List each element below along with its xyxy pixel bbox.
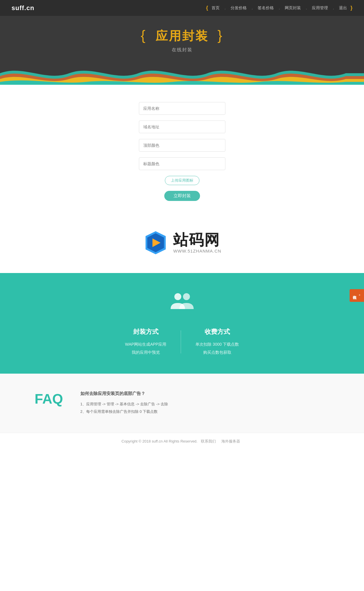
svg-point-4 xyxy=(183,293,190,300)
nav-brace-open: { xyxy=(206,5,208,11)
nav-links: { 首页， 分发价格， 签名价格， 网页封装， 应用管理， 退出 } xyxy=(206,5,352,11)
hero-section: { 应用封装 } 在线封装 xyxy=(0,16,364,62)
hero-brace-close: } xyxy=(218,28,223,43)
domain-input[interactable] xyxy=(139,121,225,133)
form-section: 上传应用图标 立即封装 xyxy=(0,85,364,224)
svg-point-3 xyxy=(174,293,181,300)
faq-answer: 1、应用管理 -> 管理 -> 基本信息 -> 去除广告 -> 去除 2、每个应… xyxy=(80,400,329,415)
footer-contact[interactable]: 联系我们 xyxy=(201,439,216,443)
nav-link-distribute[interactable]: 分发价格 xyxy=(228,5,249,11)
app-name-input[interactable] xyxy=(139,102,225,115)
zhanma-logo: 站码网 WWW.51ZHANMA.CN xyxy=(143,230,221,256)
navbar: suff.cn { 首页， 分发价格， 签名价格， 网页封装， 应用管理， 退出… xyxy=(0,0,364,16)
nav-link-appmanage[interactable]: 应用管理 xyxy=(310,5,330,11)
teal-col-pricing: 收费方式 单次扣除 3000 下载点数 购买点数包获取 xyxy=(181,328,253,356)
hero-brace-open: { xyxy=(141,28,146,43)
float-consult-button[interactable]: + 在线咨询 xyxy=(350,289,364,302)
zhanma-hex-icon xyxy=(143,230,169,256)
faq-content: 如何去除应用安装页的底部广告？ 1、应用管理 -> 管理 -> 基本信息 -> … xyxy=(80,391,329,415)
hero-subtitle: 在线封装 xyxy=(0,47,364,53)
zhanma-en-text: WWW.51ZHANMA.CN xyxy=(173,249,221,253)
packaging-title: 封装方式 xyxy=(125,328,166,336)
pricing-desc: 单次扣除 3000 下载点数 购买点数包获取 xyxy=(195,340,239,356)
site-logo: suff.cn xyxy=(12,4,34,12)
faq-label: FAQ xyxy=(35,391,63,407)
watermark-area: 站码网 WWW.51ZHANMA.CN xyxy=(0,224,364,273)
footer-copyright: Copyright © 2018 suff.cn All Rights Rese… xyxy=(122,439,198,443)
users-icon xyxy=(0,290,364,319)
nav-link-home[interactable]: 首页 xyxy=(209,5,222,11)
top-color-input[interactable] xyxy=(139,139,225,152)
nav-link-sign[interactable]: 签名价格 xyxy=(255,5,276,11)
nav-link-wrap[interactable]: 网页封装 xyxy=(282,5,303,11)
float-dot: + xyxy=(357,293,362,297)
zhanma-cn-text: 站码网 xyxy=(173,232,220,247)
submit-button[interactable]: 立即封装 xyxy=(164,191,200,201)
footer: Copyright © 2018 suff.cn All Rights Rese… xyxy=(0,433,364,450)
faq-section: FAQ 如何去除应用安装页的底部广告？ 1、应用管理 -> 管理 -> 基本信息… xyxy=(0,374,364,433)
upload-icon-button[interactable]: 上传应用图标 xyxy=(165,176,199,185)
teal-col-packaging: 封装方式 WAP网站生成APP应用 我的应用中预览 xyxy=(111,328,181,356)
teal-cols: 封装方式 WAP网站生成APP应用 我的应用中预览 收费方式 单次扣除 3000… xyxy=(0,328,364,356)
faq-question: 如何去除应用安装页的底部广告？ xyxy=(80,391,329,396)
nav-brace-close: } xyxy=(350,5,352,11)
title-color-input[interactable] xyxy=(139,157,225,170)
packaging-desc: WAP网站生成APP应用 我的应用中预览 xyxy=(125,340,166,356)
nav-link-logout[interactable]: 退出 xyxy=(337,5,349,11)
wave-decoration xyxy=(0,62,364,85)
hero-title: { 应用封装 } xyxy=(0,27,364,44)
pricing-title: 收费方式 xyxy=(195,328,239,336)
teal-info-section: 封装方式 WAP网站生成APP应用 我的应用中预览 收费方式 单次扣除 3000… xyxy=(0,273,364,374)
footer-overseas[interactable]: 海外服务器 xyxy=(221,439,240,443)
